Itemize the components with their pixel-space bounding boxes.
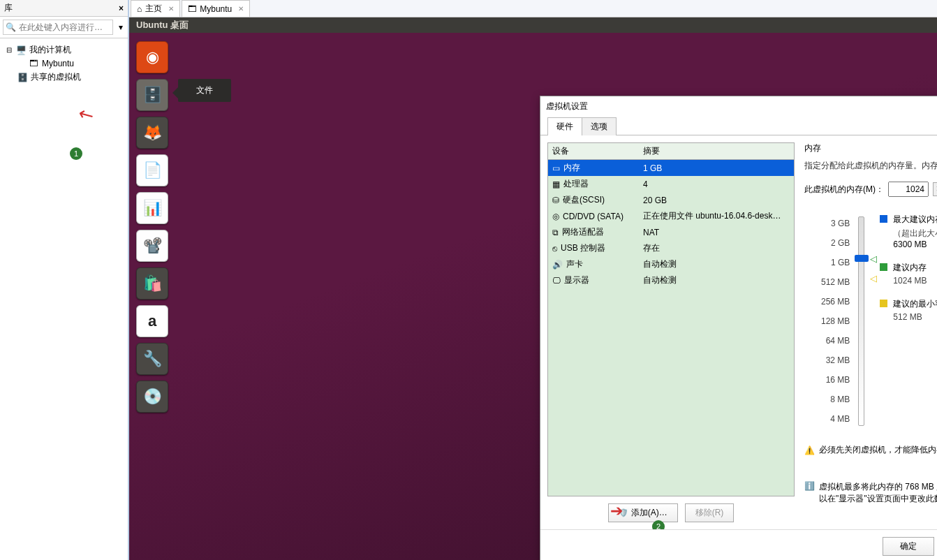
legend-title: 建议内存 xyxy=(893,262,927,274)
tree-label: 我的计算机 xyxy=(29,44,71,56)
dialog-tab-hardware[interactable]: 硬件 xyxy=(547,117,582,135)
launcher-files-icon[interactable]: 🗄️ xyxy=(136,79,168,111)
editor-tabs: ⌂ 主页 ✕ 🗔 Mybuntu ✕ xyxy=(129,0,937,17)
ubuntu-launcher: ◉ 🗄️ 🦊 📄 📊 📽️ 🛍️ a 🔧 💿 xyxy=(136,41,172,413)
device-icon: ⧉ xyxy=(552,228,559,237)
launcher-software-icon[interactable]: 🛍️ xyxy=(136,267,168,300)
tree-my-computer[interactable]: ⊟ 🖥️ 我的计算机 xyxy=(3,43,125,57)
col-device: 设备 xyxy=(548,143,639,159)
launcher-dash-icon[interactable]: ◉ xyxy=(136,41,168,73)
vm-icon: 🗔 xyxy=(188,4,196,14)
button-label: 添加(A)… xyxy=(631,507,667,519)
memory-warning: 必须先关闭虚拟机，才能降低内存量。 xyxy=(819,444,937,456)
device-name: 网络适配器 xyxy=(562,226,604,238)
hardware-row[interactable]: ⛁硬盘(SCSI)20 GB xyxy=(548,192,794,208)
memory-slider[interactable] xyxy=(858,216,864,426)
hardware-row[interactable]: 🖵显示器自动检测 xyxy=(548,272,794,288)
dialog-tab-options[interactable]: 选项 xyxy=(582,117,617,135)
device-name: 声卡 xyxy=(566,258,583,270)
tree-label: 共享的虚拟机 xyxy=(31,71,81,83)
tick-label: 3 GB xyxy=(821,214,850,233)
hardware-panel: 设备 摘要 ▭内存1 GB▦处理器4⛁硬盘(SCSI)20 GB◎CD/DVD … xyxy=(547,142,795,522)
hardware-row[interactable]: ▦处理器4 xyxy=(548,176,794,192)
device-summary: 4 xyxy=(639,177,794,191)
hardware-row[interactable]: ⎋USB 控制器存在 xyxy=(548,240,794,256)
tick-label: 512 MB xyxy=(821,272,850,292)
hardware-row[interactable]: ▭内存1 GB xyxy=(548,160,794,176)
tree-toggle-icon[interactable]: ⊟ xyxy=(6,46,13,54)
slider-mark-min xyxy=(870,273,881,283)
launcher-impress-icon[interactable]: 📽️ xyxy=(136,230,168,262)
slider-mark-max xyxy=(870,253,881,264)
device-summary: 存在 xyxy=(639,240,794,256)
search-dropdown-icon[interactable]: ▾ xyxy=(116,22,125,32)
device-icon: ◎ xyxy=(552,212,559,221)
device-summary: 正在使用文件 ubuntu-16.04.6-desk… xyxy=(639,208,794,224)
computer-icon: 🖥️ xyxy=(15,45,27,55)
launcher-writer-icon[interactable]: 📄 xyxy=(136,154,168,186)
launcher-amazon-icon[interactable]: a xyxy=(136,305,168,337)
memory-spinner[interactable]: ▲▼ xyxy=(933,182,937,196)
vm-icon: 🗔 xyxy=(28,59,39,68)
hardware-row[interactable]: ⧉网络适配器NAT xyxy=(548,224,794,240)
library-title: 库 xyxy=(4,2,13,14)
legend-value: 1024 MB xyxy=(893,276,927,286)
memory-heading: 内存 xyxy=(804,142,937,154)
legend-swatch xyxy=(880,215,887,223)
memory-ticks: 3 GB2 GB1 GB512 MB256 MB128 MB64 MB32 MB… xyxy=(821,214,850,429)
memory-slider-thumb[interactable] xyxy=(855,255,869,262)
legend-title: 最大建议内存 xyxy=(893,214,937,226)
legend-swatch xyxy=(880,300,887,307)
device-name: 处理器 xyxy=(563,178,589,190)
library-search-input[interactable] xyxy=(3,20,113,35)
launcher-dvd-icon[interactable]: 💿 xyxy=(136,381,168,413)
tick-label: 32 MB xyxy=(821,351,850,370)
legend-value: 6300 MB xyxy=(893,240,937,249)
tree-shared-vms[interactable]: 🗄️ 共享的虚拟机 xyxy=(3,70,125,84)
memory-info: 虚拟机最多将此内存的 768 MB 用作图形内存。您可以在"显示器"设置页面中更… xyxy=(819,481,937,505)
device-name: 内存 xyxy=(563,162,580,174)
info-icon: ℹ️ xyxy=(804,481,815,491)
tab-home[interactable]: ⌂ 主页 ✕ xyxy=(131,0,180,17)
tree-vm-mybuntu[interactable]: 🗔 Mybuntu xyxy=(3,57,125,70)
vm-titlebar: Ubuntu 桌面 xyxy=(129,17,937,33)
tick-label: 16 MB xyxy=(821,370,850,390)
tab-label: Mybuntu xyxy=(200,4,232,14)
launcher-firefox-icon[interactable]: 🦊 xyxy=(136,117,168,149)
remove-hardware-button: 移除(R) xyxy=(685,503,735,522)
tab-close-icon[interactable]: ✕ xyxy=(165,5,174,13)
annotation-arrow-icon: ↖ xyxy=(74,102,98,128)
device-summary: 20 GB xyxy=(639,193,794,207)
tick-label: 256 MB xyxy=(821,292,850,311)
memory-description: 指定分配给此虚拟机的内存量。内存大小必须为 4 MB 的倍数。 xyxy=(804,160,937,172)
device-summary: NAT xyxy=(639,226,794,240)
tab-mybuntu[interactable]: 🗔 Mybuntu ✕ xyxy=(182,0,250,17)
library-panel: 库 × 🔍 ▾ ⊟ 🖥️ 我的计算机 🗔 Mybuntu 🗄️ 共享的虚拟机 ↖… xyxy=(0,0,129,560)
launcher-settings-icon[interactable]: 🔧 xyxy=(136,343,168,375)
library-close-icon[interactable]: × xyxy=(119,3,124,13)
legend-title: 建议的最小客户机操作系统内存 xyxy=(893,298,937,310)
device-icon: 🖵 xyxy=(552,276,561,286)
legend-sub: （超出此大小可能发生内存交换。） xyxy=(893,228,937,240)
annotation-arrow-icon: ➔ xyxy=(610,502,623,520)
hardware-list[interactable]: 设备 摘要 ▭内存1 GB▦处理器4⛁硬盘(SCSI)20 GB◎CD/DVD … xyxy=(547,142,795,496)
annotation-badge-2: 2 xyxy=(652,520,665,529)
vm-settings-dialog: 虚拟机设置 ✕ 硬件 选项 设备 摘要 ▭内存1 GB▦处理器4⛁硬盘(SCSI… xyxy=(540,96,937,560)
launcher-calc-icon[interactable]: 📊 xyxy=(136,192,168,224)
memory-input[interactable] xyxy=(888,182,929,197)
ubuntu-desktop: ◉ 🗄️ 🦊 📄 📊 📽️ 🛍️ a 🔧 💿 文件 虚拟机设置 ✕ 硬件 选项 xyxy=(129,33,937,560)
tick-label: 1 GB xyxy=(821,253,850,272)
hardware-row[interactable]: ◎CD/DVD (SATA)正在使用文件 ubuntu-16.04.6-desk… xyxy=(548,208,794,224)
device-summary: 1 GB xyxy=(639,161,794,175)
device-icon: ⛁ xyxy=(552,196,559,205)
button-label: 移除(R) xyxy=(695,507,724,519)
home-icon: ⌂ xyxy=(137,4,142,14)
main-area: ⌂ 主页 ✕ 🗔 Mybuntu ✕ Ubuntu 桌面 ◉ 🗄️ 🦊 📄 📊 … xyxy=(129,0,937,560)
tab-close-icon[interactable]: ✕ xyxy=(235,5,244,13)
hardware-row[interactable]: 🔊声卡自动检测 xyxy=(548,256,794,272)
device-icon: ▭ xyxy=(552,163,560,173)
legend-swatch xyxy=(880,263,887,271)
ok-button[interactable]: 确定 xyxy=(883,537,934,556)
search-icon: 🔍 xyxy=(6,22,16,32)
device-name: CD/DVD (SATA) xyxy=(563,212,624,221)
